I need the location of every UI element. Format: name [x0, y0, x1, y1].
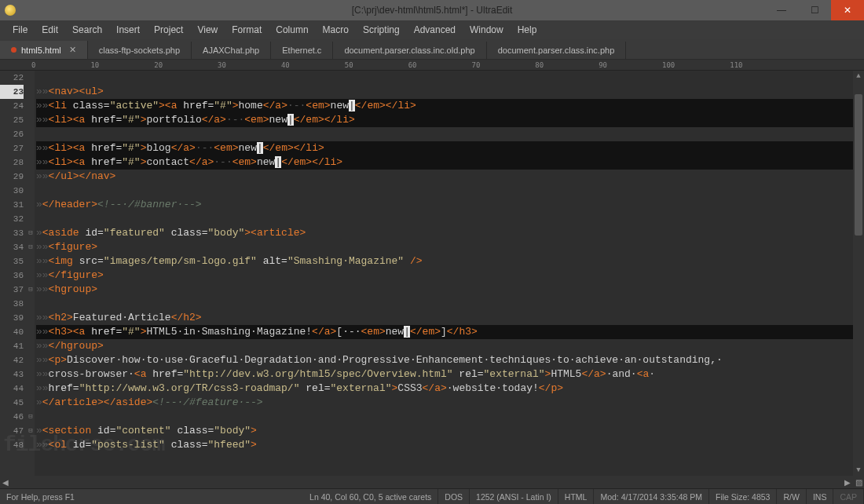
- menu-insert[interactable]: Insert: [110, 22, 146, 38]
- status-language[interactable]: HTML: [558, 489, 595, 504]
- fold-marker-icon[interactable]: [27, 339, 35, 353]
- status-eol[interactable]: DOS: [438, 489, 470, 504]
- code-line[interactable]: [36, 297, 864, 311]
- code-line[interactable]: »</header><!--·/#banner·-->: [36, 198, 864, 212]
- line-number[interactable]: 47: [0, 424, 24, 438]
- line-number[interactable]: 36: [0, 268, 24, 283]
- scroll-right-icon[interactable]: ▶: [842, 478, 853, 487]
- menu-advanced[interactable]: Advanced: [408, 22, 462, 38]
- code-line[interactable]: »»<figure>: [36, 240, 864, 254]
- maximize-button[interactable]: ☐: [798, 0, 831, 20]
- code-line[interactable]: »»</figure>: [36, 268, 864, 283]
- line-number[interactable]: 37: [0, 283, 24, 297]
- code-line[interactable]: [36, 71, 864, 85]
- code-line[interactable]: »»<h2>Featured·Article</h2>: [36, 311, 864, 325]
- line-number[interactable]: 22: [0, 71, 24, 85]
- fold-gutter[interactable]: ⊟⊟⊟⊟⊟: [27, 71, 35, 476]
- line-number[interactable]: 39: [0, 311, 24, 325]
- fold-marker-icon[interactable]: [27, 353, 35, 367]
- line-number[interactable]: 48: [0, 438, 24, 452]
- line-number[interactable]: 43: [0, 367, 24, 382]
- code-line[interactable]: »»href="http://www.w3.org/TR/css3-roadma…: [36, 382, 864, 396]
- fold-marker-icon[interactable]: [27, 367, 35, 382]
- line-number[interactable]: 44: [0, 382, 24, 396]
- line-number[interactable]: 30: [0, 184, 24, 198]
- code-line[interactable]: »»<img src="images/temp/sm-logo.gif" alt…: [36, 254, 864, 268]
- line-number[interactable]: 31: [0, 198, 24, 212]
- horizontal-scrollbar[interactable]: ◀ ▶ ▨: [0, 476, 864, 488]
- scroll-up-icon[interactable]: ▲: [853, 71, 864, 82]
- line-number[interactable]: 26: [0, 127, 24, 141]
- fold-marker-icon[interactable]: [27, 85, 35, 99]
- code-line[interactable]: »»<nav><ul>: [36, 85, 864, 99]
- tab-close-icon[interactable]: ✕: [69, 45, 76, 55]
- fold-marker-icon[interactable]: [27, 170, 35, 184]
- fold-marker-icon[interactable]: [27, 141, 35, 155]
- line-number[interactable]: 23: [0, 85, 24, 99]
- editor-area[interactable]: 2223242526272829303132333435363738394041…: [0, 71, 864, 476]
- menu-help[interactable]: Help: [511, 22, 544, 38]
- status-encoding[interactable]: 1252 (ANSI - Latin I): [470, 489, 558, 504]
- line-number[interactable]: 27: [0, 141, 24, 155]
- line-number[interactable]: 32: [0, 212, 24, 226]
- fold-marker-icon[interactable]: [27, 297, 35, 311]
- scroll-down-icon[interactable]: ▼: [853, 465, 864, 476]
- menu-project[interactable]: Project: [148, 22, 189, 38]
- line-number[interactable]: 24: [0, 99, 24, 113]
- line-number[interactable]: 41: [0, 339, 24, 353]
- code-line[interactable]: »<aside id="featured" class="body"><arti…: [36, 226, 864, 240]
- fold-marker-icon[interactable]: [27, 155, 35, 170]
- fold-marker-icon[interactable]: [27, 382, 35, 396]
- status-insert[interactable]: INS: [807, 489, 834, 504]
- line-number[interactable]: 40: [0, 325, 24, 339]
- menu-column[interactable]: Column: [269, 22, 314, 38]
- fold-marker-icon[interactable]: [27, 212, 35, 226]
- code-line[interactable]: »»<hgroup>: [36, 283, 864, 297]
- fold-marker-icon[interactable]: [27, 396, 35, 410]
- tab-class-ftp-sockets-php[interactable]: class-ftp-sockets.php: [88, 42, 192, 59]
- fold-marker-icon[interactable]: [27, 71, 35, 85]
- line-number[interactable]: 38: [0, 297, 24, 311]
- line-number[interactable]: 42: [0, 353, 24, 367]
- fold-marker-icon[interactable]: [27, 268, 35, 283]
- code-line[interactable]: »»<ol id="posts-list" class="hfeed">: [36, 438, 864, 452]
- scroll-thumb[interactable]: [855, 94, 862, 236]
- tab-document-parser-class-inc-php[interactable]: document.parser.class.inc.php: [487, 42, 627, 59]
- code-view[interactable]: »»<nav><ul>»»<li class="active"><a href=…: [35, 71, 864, 476]
- code-line[interactable]: »»</hgroup>: [36, 339, 864, 353]
- fold-marker-icon[interactable]: [27, 127, 35, 141]
- fold-marker-icon[interactable]: [27, 113, 35, 127]
- fold-marker-icon[interactable]: ⊟: [27, 240, 35, 254]
- code-line[interactable]: »</article></aside><!--·/#feature·-->: [36, 396, 864, 410]
- line-number[interactable]: 25: [0, 113, 24, 127]
- tab-document-parser-class-inc-old-php[interactable]: document.parser.class.inc.old.php: [333, 42, 486, 59]
- menu-search[interactable]: Search: [66, 22, 108, 38]
- tab-ajaxchat-php[interactable]: AJAXChat.php: [192, 42, 271, 59]
- code-line[interactable]: [36, 410, 864, 424]
- code-line[interactable]: »»<li class="active"><a href="#">home</a…: [36, 99, 864, 113]
- line-number[interactable]: 28: [0, 155, 24, 170]
- fold-marker-icon[interactable]: [27, 311, 35, 325]
- tab-ethernet-c[interactable]: Ethernet.c: [271, 42, 333, 59]
- fold-marker-icon[interactable]: [27, 254, 35, 268]
- vertical-scrollbar[interactable]: ▲ ▼: [853, 71, 864, 476]
- menu-edit[interactable]: Edit: [35, 22, 64, 38]
- scroll-left-icon[interactable]: ◀: [0, 478, 11, 487]
- menu-view[interactable]: View: [191, 22, 224, 38]
- code-line[interactable]: »»</ul></nav>: [36, 170, 864, 184]
- fold-marker-icon[interactable]: ⊟: [27, 226, 35, 240]
- fold-marker-icon[interactable]: ⊟: [27, 283, 35, 297]
- line-number[interactable]: 35: [0, 254, 24, 268]
- code-line[interactable]: »»<li><a href="#">blog</a>·-·<em>new|</e…: [36, 141, 864, 155]
- code-line[interactable]: »<section id="content" class="body">: [36, 424, 864, 438]
- fold-marker-icon[interactable]: [27, 438, 35, 452]
- fold-marker-icon[interactable]: [27, 325, 35, 339]
- fold-marker-icon[interactable]: ⊟: [27, 410, 35, 424]
- menu-format[interactable]: Format: [225, 22, 268, 38]
- code-line[interactable]: »»<li><a href="#">contact</a>·-·<em>new|…: [36, 155, 864, 170]
- line-number[interactable]: 29: [0, 170, 24, 184]
- code-line[interactable]: [36, 127, 864, 141]
- line-number[interactable]: 33: [0, 226, 24, 240]
- line-number[interactable]: 45: [0, 396, 24, 410]
- menu-macro[interactable]: Macro: [317, 22, 355, 38]
